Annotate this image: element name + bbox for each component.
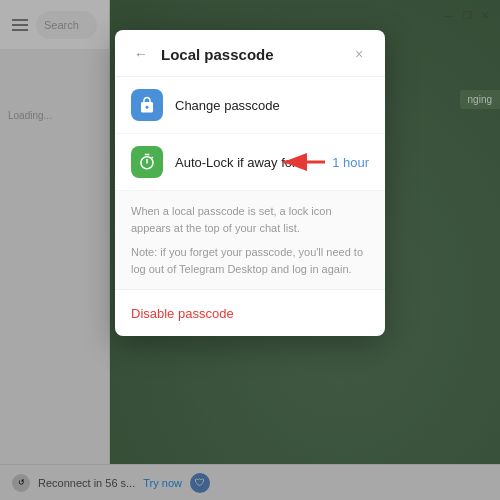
timer-icon — [131, 146, 163, 178]
info-text-2: Note: if you forget your passcode, you'l… — [131, 244, 369, 277]
red-arrow-annotation — [275, 148, 330, 176]
modal-header: ← Local passcode × — [115, 30, 385, 77]
auto-lock-value: 1 hour — [332, 155, 369, 170]
change-passcode-item[interactable]: Change passcode — [115, 77, 385, 134]
modal-action-section: Disable passcode — [115, 290, 385, 336]
lock-icon — [131, 89, 163, 121]
disable-passcode-button[interactable]: Disable passcode — [131, 306, 234, 321]
close-modal-button[interactable]: × — [349, 44, 369, 64]
modal-title: Local passcode — [161, 46, 339, 63]
info-text-1: When a local passcode is set, a lock ico… — [131, 203, 369, 236]
auto-lock-item[interactable]: Auto-Lock if away for... 1 hour — [115, 134, 385, 191]
back-button[interactable]: ← — [131, 44, 151, 64]
change-passcode-label: Change passcode — [175, 98, 369, 113]
modal-info-section: When a local passcode is set, a lock ico… — [115, 191, 385, 290]
local-passcode-modal: ← Local passcode × Change passcode Auto-… — [115, 30, 385, 336]
modal-overlay: ← Local passcode × Change passcode Auto-… — [0, 0, 500, 500]
